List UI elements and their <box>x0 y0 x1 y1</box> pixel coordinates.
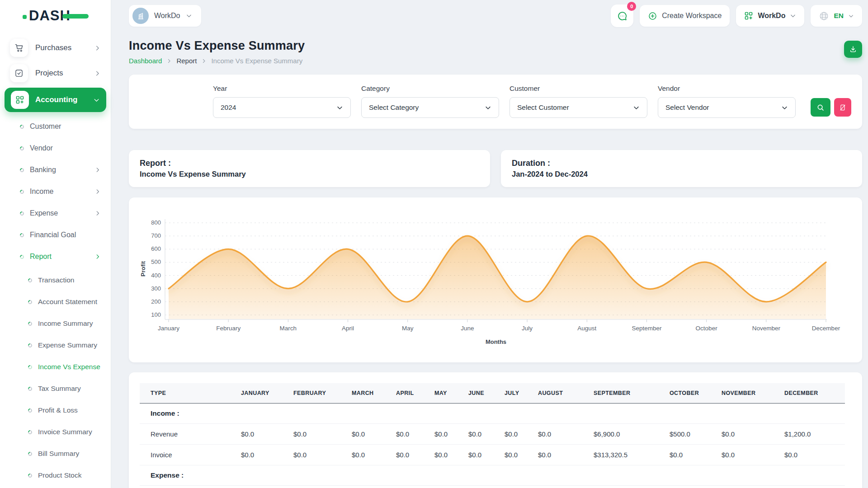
table-group-label: Expense : <box>140 465 845 486</box>
apps-grid-icon <box>744 11 753 20</box>
sidebar-item-account-statement[interactable]: Account Statement <box>0 291 111 313</box>
table-cell: $0.0 <box>230 445 283 465</box>
category-select[interactable]: Select Category <box>361 97 499 118</box>
table-col-header: JUNE <box>458 383 494 404</box>
download-icon <box>849 45 857 53</box>
logo-dash-icon <box>62 14 89 19</box>
svg-text:March: March <box>280 325 297 332</box>
language-selector[interactable]: EN <box>811 5 862 27</box>
table-cell: $0.0 <box>774 445 845 465</box>
table-cell: $0.0 <box>341 424 385 445</box>
sidebar-item-income-vs-expense[interactable]: Income Vs Expense <box>0 356 111 378</box>
table-cell: $0.0 <box>385 445 424 465</box>
sidebar-item-purchases[interactable]: Purchases <box>0 35 111 61</box>
svg-text:January: January <box>158 325 179 332</box>
apply-filter-button[interactable] <box>811 98 830 117</box>
sidebar-item-bill-summary[interactable]: Bill Summary <box>0 443 111 465</box>
sidebar-item-tax-summary[interactable]: Tax Summary <box>0 378 111 399</box>
sidebar-item-label: Financial Goal <box>30 231 76 239</box>
sidebar-item-report[interactable]: Report <box>0 246 111 267</box>
sidebar-item-product-stock[interactable]: Product Stock <box>0 465 111 486</box>
customer-select[interactable]: Select Customer <box>509 97 647 118</box>
sidebar-item-expense[interactable]: Expense <box>0 202 111 224</box>
table-cell: $0.0 <box>494 424 527 445</box>
sidebar-item-label: Expense Summary <box>38 341 97 349</box>
summary-value: Jan-2024 to Dec-2024 <box>512 170 851 178</box>
sidebar-item-label: Profit & Loss <box>38 406 78 414</box>
table-cell: $0.0 <box>659 445 711 465</box>
sidebar-item-banking[interactable]: Banking <box>0 159 111 181</box>
filter-field-year: Year 2024 <box>213 84 351 118</box>
chevron-down-icon <box>336 104 343 111</box>
bullet-icon <box>27 386 33 392</box>
sidebar-item-label: Income Vs Expense <box>38 363 100 371</box>
chevron-down-icon <box>633 104 640 111</box>
income-expense-table: TYPEJANUARYFEBRUARYMARCHAPRILMAYJUNEJULY… <box>140 383 845 486</box>
sidebar-item-transaction[interactable]: Transaction <box>0 269 111 291</box>
sidebar-item-label: Vendor <box>30 144 53 152</box>
bullet-icon <box>27 321 33 327</box>
reset-filter-button[interactable] <box>834 98 851 117</box>
bullet-icon <box>19 232 25 238</box>
svg-text:100: 100 <box>151 311 161 318</box>
chevron-down-icon <box>848 13 854 19</box>
table-col-header: MARCH <box>341 383 385 404</box>
select-value: Select Customer <box>517 103 569 112</box>
chevron-right-icon <box>94 45 101 52</box>
breadcrumb-report[interactable]: Report <box>176 57 197 65</box>
table-col-header: DECEMBER <box>774 383 845 404</box>
table-col-header: FEBRUARY <box>283 383 341 404</box>
sidebar-item-projects[interactable]: Projects <box>0 61 111 86</box>
sidebar-item-vendor[interactable]: Vendor <box>0 137 111 159</box>
svg-text:October: October <box>696 325 718 332</box>
check-square-icon <box>10 64 28 82</box>
messages-button[interactable]: 0 <box>611 5 633 27</box>
sidebar-item-profit-loss[interactable]: Profit & Loss <box>0 399 111 421</box>
create-workspace-button[interactable]: Create Workspace <box>640 5 730 27</box>
select-value: 2024 <box>221 103 236 112</box>
sidebar-item-label: Income <box>30 188 53 196</box>
vendor-select[interactable]: Select Vendor <box>658 97 796 118</box>
search-icon <box>816 103 825 112</box>
filter-field-vendor: Vendor Select Vendor <box>658 84 796 118</box>
breadcrumb-dashboard[interactable]: Dashboard <box>129 57 162 65</box>
workspace-menu-button[interactable]: WorkDo <box>736 5 804 27</box>
table-cell: $0.0 <box>494 445 527 465</box>
profit-chart-card: 100200300400500600700800JanuaryFebruaryM… <box>129 197 862 362</box>
svg-text:Profit: Profit <box>140 261 146 277</box>
bullet-icon <box>19 189 25 195</box>
table-col-header: MAY <box>424 383 458 404</box>
grid-plus-icon <box>11 91 29 109</box>
brand-logo[interactable]: DASH <box>0 0 111 32</box>
chevron-right-icon <box>166 58 172 64</box>
sidebar-item-income[interactable]: Income <box>0 181 111 202</box>
summary-title: Duration : <box>512 159 851 168</box>
bullet-icon <box>27 364 33 370</box>
topbar: WorkDo 0 Create Workspace WorkDo <box>129 0 862 32</box>
bullet-icon <box>27 429 33 435</box>
sidebar-item-customer[interactable]: Customer <box>0 116 111 137</box>
table-cell: $0.0 <box>527 445 583 465</box>
sidebar-item-income-summary[interactable]: Income Summary <box>0 313 111 334</box>
svg-text:April: April <box>342 325 354 332</box>
workspace-selector[interactable]: WorkDo <box>129 5 201 27</box>
sidebar-item-label: Invoice Summary <box>38 428 92 436</box>
chat-icon <box>617 10 628 22</box>
table-cell: $0.0 <box>283 445 341 465</box>
table-cell: $0.0 <box>283 424 341 445</box>
sidebar-item-label: Expense <box>30 209 58 217</box>
chevron-right-icon <box>94 210 101 216</box>
sidebar-item-invoice-summary[interactable]: Invoice Summary <box>0 421 111 443</box>
summary-title: Report : <box>140 159 479 168</box>
download-button[interactable] <box>844 41 862 58</box>
chevron-down-icon <box>781 104 788 111</box>
sidebar-item-expense-summary[interactable]: Expense Summary <box>0 334 111 356</box>
table-col-header: TYPE <box>140 383 230 404</box>
sidebar-item-accounting[interactable]: Accounting <box>5 88 106 112</box>
chevron-right-icon <box>94 253 101 260</box>
bullet-icon <box>19 254 25 260</box>
sidebar-item-financial-goal[interactable]: Financial Goal <box>0 224 111 246</box>
year-select[interactable]: 2024 <box>213 97 351 118</box>
field-label: Customer <box>509 84 647 93</box>
sidebar-item-cash-flow[interactable]: Cash Flow <box>0 486 111 488</box>
